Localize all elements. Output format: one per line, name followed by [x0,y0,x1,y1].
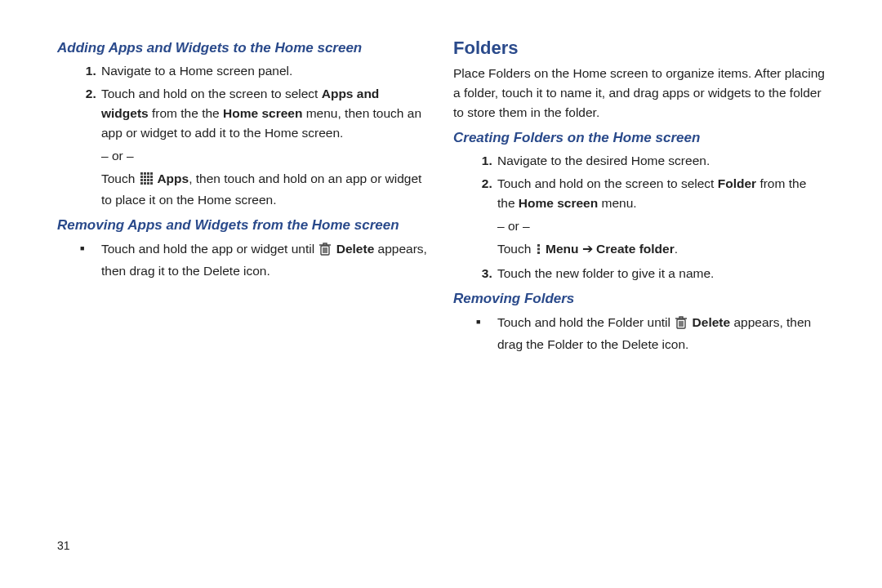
right-column: Folders Place Folders on the Home screen… [441,33,837,564]
subhead-removing-folders: Removing Folders [453,290,825,307]
cstep-2-alt-pre: Touch [497,242,535,256]
folders-title: Folders [453,38,825,59]
cstep-2-alt-post: . [675,242,678,256]
cstep-2-alt-arrow: ➔ [578,242,596,256]
removing-bullet: Touch and hold the app or widget until D… [100,239,429,281]
trash-icon [319,242,331,261]
step-2: Touch and hold on the screen to select A… [100,84,429,210]
menu-dots-icon [537,241,541,261]
svg-rect-6 [147,176,149,178]
step-2-alt-bold: Apps [154,172,189,185]
cstep-2-b1: Folder [718,176,756,190]
cstep-3: Touch the new folder to give it a name. [496,264,825,283]
svg-rect-5 [144,176,146,178]
svg-rect-4 [140,176,143,178]
left-column: Adding Apps and Widgets to the Home scre… [45,33,441,564]
svg-rect-1 [144,172,146,175]
svg-rect-10 [147,179,149,181]
step-2-pre: Touch and hold on the screen to select [101,87,322,100]
removing-bullets: Touch and hold the app or widget until D… [57,239,429,281]
manual-page: Adding Apps and Widgets to the Home scre… [0,0,882,588]
removing-folder-bullet: Touch and hold the Folder until Delete a… [496,313,825,354]
folders-intro: Place Folders on the Home screen to orga… [453,64,825,122]
or-separator: – or – [101,146,429,166]
step-1: Navigate to a Home screen panel. [100,61,429,81]
svg-rect-9 [144,179,146,181]
svg-rect-8 [140,179,143,181]
cstep-2-alt-b2: Create folder [596,242,675,256]
svg-rect-2 [147,172,149,175]
rf-pre: Touch and hold the Folder until [497,315,674,329]
svg-rect-7 [150,176,153,178]
svg-rect-11 [150,179,153,181]
subhead-removing: Removing Apps and Widgets from the Home … [57,216,429,234]
svg-rect-17 [537,244,540,247]
cstep-2: Touch and hold on the screen to select F… [496,174,825,261]
svg-rect-13 [144,182,146,185]
svg-rect-12 [140,182,143,185]
step-2-alt-pre: Touch [101,172,139,185]
subhead-adding: Adding Apps and Widgets to the Home scre… [57,39,429,56]
cstep-1: Navigate to the desired Home screen. [496,151,825,171]
cstep-2-mid2: menu. [598,196,636,210]
svg-rect-0 [140,172,143,175]
cstep-2-b2: Home screen [519,196,598,210]
creating-steps: Navigate to the desired Home screen. Tou… [453,151,825,283]
subhead-creating-folders: Creating Folders on the Home screen [453,129,825,146]
rf-bold: Delete [688,315,730,329]
step-2-bold2: Home screen [223,106,302,120]
svg-rect-15 [150,182,153,185]
removing-bold: Delete [332,242,374,256]
trash-icon-2 [675,315,687,335]
apps-grid-icon [140,171,153,190]
step-2-mid1: from the the [149,106,223,120]
cstep-3-text: Touch the new folder to give it a name. [497,266,714,280]
or-separator-2: – or – [497,216,825,236]
step-1-text: Navigate to a Home screen panel. [101,64,292,78]
adding-steps: Navigate to a Home screen panel. Touch a… [57,61,429,210]
cstep-1-text: Navigate to the desired Home screen. [497,154,710,167]
page-number: 31 [57,539,70,552]
svg-rect-3 [150,172,153,175]
svg-rect-19 [537,252,540,254]
svg-rect-14 [147,182,149,185]
removing-pre: Touch and hold the app or widget until [101,242,318,256]
cstep-2-pre: Touch and hold on the screen to select [497,176,718,190]
svg-rect-18 [537,248,540,251]
cstep-2-alt-b1: Menu [542,242,579,256]
removing-folder-bullets: Touch and hold the Folder until Delete a… [453,313,825,354]
